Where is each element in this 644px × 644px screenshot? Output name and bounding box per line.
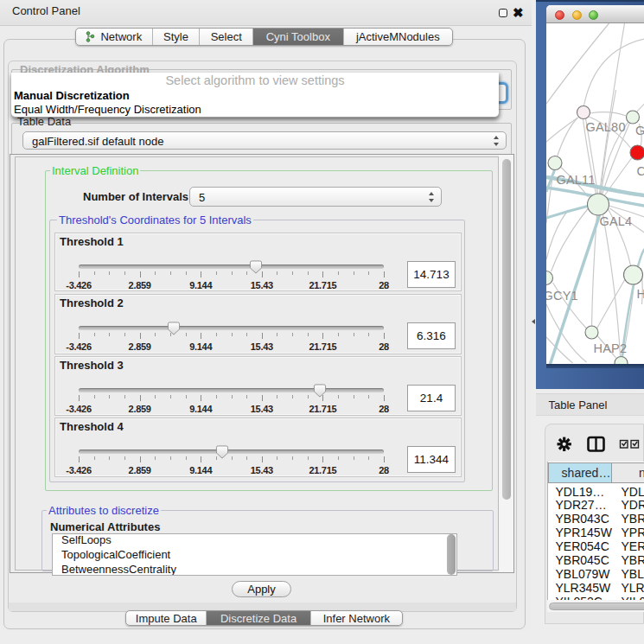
- svg-text:HAP2: HAP2: [593, 341, 627, 355]
- svg-text:H: H: [636, 287, 644, 301]
- svg-text:C: C: [636, 164, 644, 178]
- svg-text:GCY1: GCY1: [546, 289, 578, 303]
- svg-text:GAL80: GAL80: [585, 120, 625, 134]
- svg-text:GAL4: GAL4: [599, 214, 632, 228]
- svg-text:GA: GA: [635, 124, 644, 137]
- svg-text:GAL11: GAL11: [556, 173, 595, 187]
